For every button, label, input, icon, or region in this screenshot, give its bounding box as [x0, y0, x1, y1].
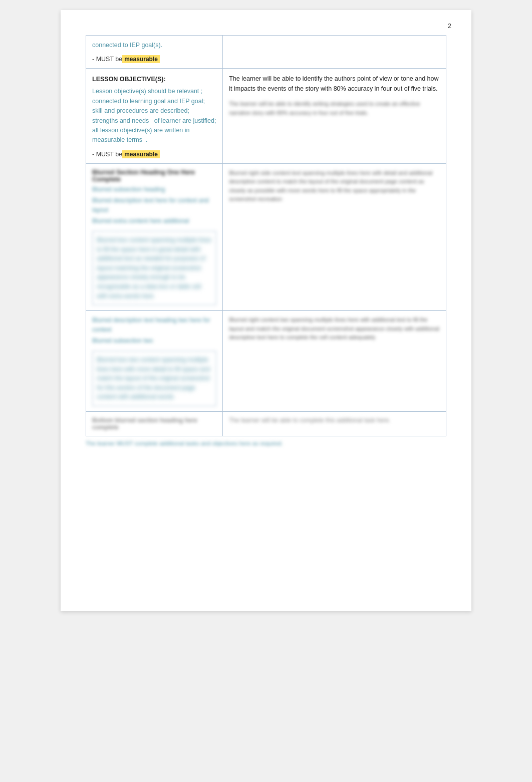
- blurred-right-1: Blurred right side content text spanning…: [229, 169, 440, 204]
- table-row-blurred-2: Blurred description text heading two her…: [86, 311, 446, 412]
- left-cell-blurred-2: Blurred description text heading two her…: [86, 311, 223, 412]
- right-cell-lesson: The learner will be able to identify the…: [223, 69, 446, 163]
- lesson-objective-blurred: The learner will be able to identify wri…: [229, 100, 440, 117]
- blurred-sub-2: Blurred subsection two: [92, 336, 216, 346]
- measurable-highlight-2: measurable: [122, 150, 160, 158]
- right-cell-blurred-2: Blurred right content two spanning multi…: [223, 311, 446, 412]
- must-prefix-2: - MUST be: [92, 151, 122, 158]
- extra-bottom-text: The learner MUST complete additional tas…: [86, 440, 446, 446]
- page-number: 2: [448, 22, 451, 30]
- blurred-desc-1: Blurred description text here for contex…: [92, 196, 216, 214]
- lesson-highlight-wrapper: - MUST bemeasurable: [92, 149, 216, 158]
- table-row: connected to IEP goal(s). - MUST bemeasu…: [86, 36, 446, 69]
- table-row-lesson-obj: LESSON OBJECTIVE(S): Lesson objective(s)…: [86, 69, 446, 163]
- main-table: connected to IEP goal(s). - MUST bemeasu…: [86, 35, 446, 436]
- left-cell-bottom: Bottom blurred section heading here comp…: [86, 411, 223, 436]
- left-cell-blurred-1: Blurred Section Heading One Here Complet…: [86, 163, 223, 311]
- must-prefix: - MUST be: [92, 56, 122, 63]
- lesson-objective-text: The learner will be able to identify the…: [229, 74, 440, 94]
- blurred-heading-1: Blurred Section Heading One Here Complet…: [92, 169, 216, 183]
- right-cell-bottom: The learner will be able to complete thi…: [223, 411, 446, 436]
- table-row-bottom: Bottom blurred section heading here comp…: [86, 411, 446, 436]
- bottom-left-text: Bottom blurred section heading here comp…: [92, 417, 216, 431]
- lesson-objectives-heading: LESSON OBJECTIVE(S):: [92, 76, 216, 83]
- iep-connection-text: connected to IEP goal(s).: [92, 41, 216, 50]
- blurred-right-2: Blurred right content two spanning multi…: [229, 316, 440, 342]
- lesson-objectives-description: Lesson objective(s) should be relevant ;…: [92, 87, 216, 145]
- blurred-sub-1: Blurred subsection heading: [92, 185, 216, 194]
- blurred-box-2: Blurred box two content spanning multipl…: [92, 351, 216, 406]
- blurred-box-text-1: Blurred box content spanning multiple li…: [97, 235, 212, 301]
- left-cell-iep: connected to IEP goal(s). - MUST bemeasu…: [86, 36, 223, 69]
- table-row-blurred-1: Blurred Section Heading One Here Complet…: [86, 163, 446, 311]
- iep-highlight-wrapper: - MUST bemeasurable: [92, 54, 216, 63]
- blurred-desc-2: Blurred description text heading two her…: [92, 316, 216, 334]
- blurred-box-1: Blurred box content spanning multiple li…: [92, 231, 216, 305]
- blurred-extra-1: Blurred extra content here additional: [92, 216, 216, 226]
- blurred-box-text-2: Blurred box two content spanning multipl…: [97, 355, 212, 402]
- bottom-right-text: The learner will be able to complete thi…: [229, 417, 440, 424]
- left-cell-lesson: LESSON OBJECTIVE(S): Lesson objective(s)…: [86, 69, 223, 163]
- right-cell-iep: [223, 36, 446, 69]
- measurable-highlight: measurable: [122, 55, 160, 63]
- page-container: 2 connected to IEP goal(s). - MUST bemea…: [61, 10, 471, 611]
- right-cell-blurred-1: Blurred right side content text spanning…: [223, 163, 446, 311]
